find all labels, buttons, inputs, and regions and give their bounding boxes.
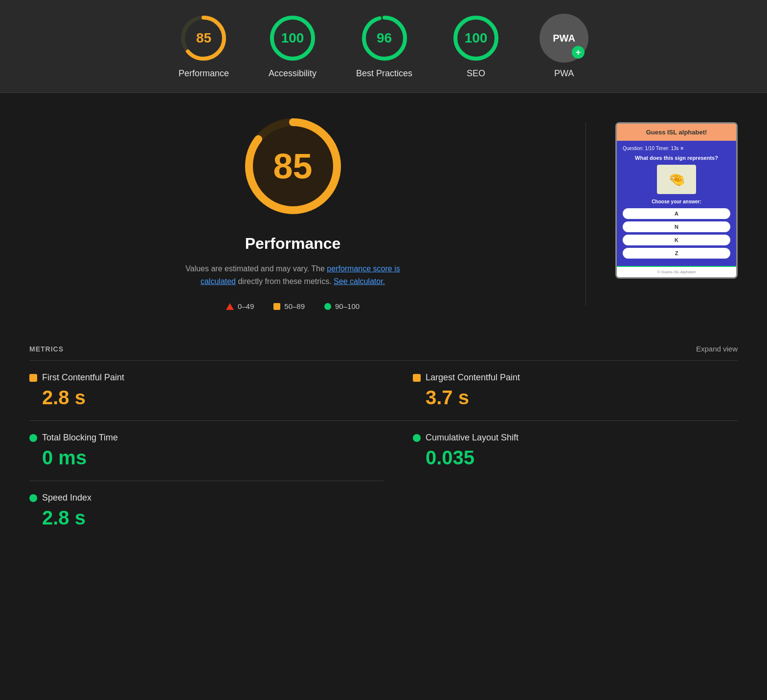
metrics-title: METRICS (29, 345, 64, 353)
score-item-best-practices[interactable]: 96 Best Practices (356, 14, 412, 79)
main-score-circle: 85 (239, 112, 347, 220)
score-circle-performance: 85 (179, 14, 228, 63)
performance-description: Values are estimated and may vary. The p… (171, 262, 415, 287)
fcp-value: 2.8 s (29, 387, 354, 409)
pwa-badge-text: PWA (553, 33, 575, 44)
metric-cls: Cumulative Layout Shift 0.035 (384, 420, 738, 481)
legend-item-red: 0–49 (226, 302, 254, 310)
app-question-main: What does this sign represents? (623, 155, 730, 161)
main-title: Performance (245, 235, 341, 253)
legend-circle-icon (324, 303, 331, 310)
hand-sign-icon: 🤏 (668, 172, 685, 188)
app-answer-n[interactable]: N (623, 221, 730, 232)
tbt-name: Total Blocking Time (42, 433, 118, 443)
left-panel: 85 Performance Values are estimated and … (29, 112, 556, 315)
app-choose-label: Choose your answer: (623, 199, 730, 204)
si-name: Speed Index (42, 493, 91, 503)
pwa-label: PWA (554, 68, 574, 79)
legend-range-3: 90–100 (335, 302, 360, 310)
app-answer-a[interactable]: A (623, 208, 730, 219)
app-answer-z[interactable]: Z (623, 248, 730, 259)
app-screenshot: Guess ISL alphabet! Question: 1/10 Timer… (615, 122, 738, 279)
best-practices-score: 96 (377, 30, 392, 46)
legend-item-green: 90–100 (324, 302, 360, 310)
right-panel: Guess ISL alphabet! Question: 1/10 Timer… (615, 112, 738, 315)
metric-tbt-header: Total Blocking Time (29, 433, 354, 443)
best-practices-label: Best Practices (356, 68, 412, 79)
score-item-performance[interactable]: 85 Performance (179, 14, 229, 79)
fcp-name: First Contentful Paint (42, 372, 124, 383)
score-item-pwa[interactable]: PWA + PWA (540, 14, 588, 79)
app-screenshot-header: Guess ISL alphabet! (617, 124, 736, 141)
performance-score: 85 (196, 30, 211, 46)
si-value: 2.8 s (29, 507, 354, 529)
si-indicator (29, 494, 37, 502)
desc-text-2: directly from these metrics. (236, 277, 334, 285)
main-score-value: 85 (273, 146, 312, 186)
cls-name: Cumulative Layout Shift (426, 433, 519, 443)
score-circle-accessibility: 100 (268, 14, 317, 63)
legend-square-icon (273, 303, 280, 310)
seo-label: SEO (467, 68, 485, 79)
legend-range-2: 50–89 (284, 302, 305, 310)
fcp-indicator (29, 374, 37, 382)
desc-text-1: Values are estimated and may vary. The (185, 264, 327, 273)
metric-lcp-header: Largest Contentful Paint (413, 372, 738, 383)
lcp-name: Largest Contentful Paint (426, 372, 520, 383)
metrics-grid: First Contentful Paint 2.8 s Largest Con… (29, 360, 738, 541)
accessibility-label: Accessibility (269, 68, 316, 79)
main-content: 85 Performance Values are estimated and … (0, 93, 767, 335)
tbt-value: 0 ms (29, 447, 354, 469)
app-screenshot-body: Question: 1/10 Timer: 13s ✕ What does th… (617, 141, 736, 266)
metric-lcp: Largest Contentful Paint 3.7 s (384, 360, 738, 420)
score-item-seo[interactable]: 100 SEO (451, 14, 500, 79)
accessibility-score: 100 (281, 30, 304, 46)
legend-triangle-icon (226, 303, 234, 310)
legend-range-1: 0–49 (238, 302, 254, 310)
metric-si: Speed Index 2.8 s (29, 481, 384, 541)
app-image-box: 🤏 (657, 165, 696, 194)
expand-view-button[interactable]: Expand view (696, 345, 738, 353)
pwa-badge: PWA + (540, 14, 588, 63)
score-item-accessibility[interactable]: 100 Accessibility (268, 14, 317, 79)
metric-tbt: Total Blocking Time 0 ms (29, 420, 384, 481)
metric-fcp: First Contentful Paint 2.8 s (29, 360, 384, 420)
cls-indicator (413, 434, 421, 442)
score-bar: 85 Performance 100 Accessibility 96 Best… (0, 0, 767, 93)
app-question-text: Question: 1/10 Timer: 13s ✕ (623, 146, 684, 151)
app-screenshot-footer: © Guess ISL Alphabet (617, 266, 736, 277)
cls-value: 0.035 (413, 447, 738, 469)
seo-score: 100 (465, 30, 488, 46)
app-answer-k[interactable]: K (623, 235, 730, 245)
metrics-header: METRICS Expand view (29, 335, 738, 360)
vertical-divider (586, 122, 586, 306)
calc-link[interactable]: See calculator. (334, 277, 385, 285)
metric-cls-header: Cumulative Layout Shift (413, 433, 738, 443)
score-circle-seo: 100 (451, 14, 500, 63)
performance-label: Performance (179, 68, 229, 79)
legend-item-orange: 50–89 (273, 302, 305, 310)
score-legend: 0–49 50–89 90–100 (226, 302, 360, 310)
metric-si-header: Speed Index (29, 493, 354, 503)
score-circle-best-practices: 96 (360, 14, 409, 63)
lcp-value: 3.7 s (413, 387, 738, 409)
lcp-indicator (413, 374, 421, 382)
pwa-plus-icon: + (572, 46, 585, 59)
tbt-indicator (29, 434, 37, 442)
metric-fcp-header: First Contentful Paint (29, 372, 354, 383)
app-question-bar: Question: 1/10 Timer: 13s ✕ (623, 146, 730, 151)
metrics-section: METRICS Expand view First Contentful Pai… (0, 335, 767, 541)
